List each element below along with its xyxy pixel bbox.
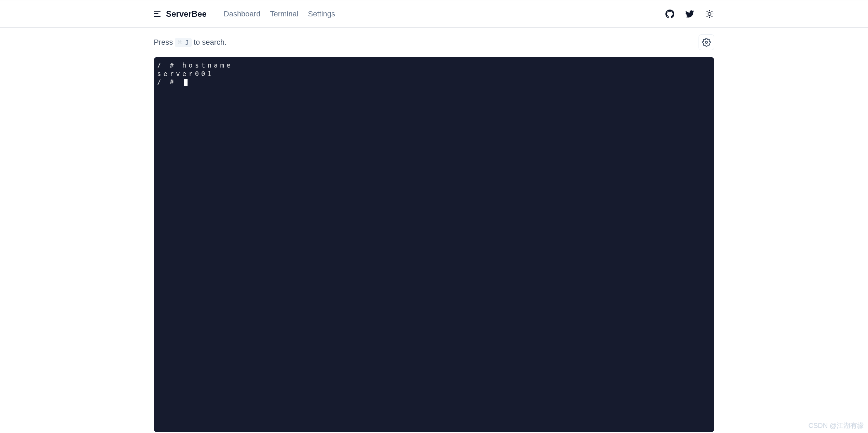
terminal-settings-button[interactable] <box>699 34 714 50</box>
search-suffix-label: to search. <box>194 38 227 47</box>
twitter-icon[interactable] <box>685 9 694 19</box>
nav-links: Dashboard Terminal Settings <box>224 10 335 18</box>
brand[interactable]: ServerBee <box>154 9 207 19</box>
main-content: Press ⌘ J to search. / # hostname server… <box>0 28 868 433</box>
watermark: CSDN @江湖有缘 <box>808 421 864 430</box>
svg-line-3 <box>707 11 707 12</box>
theme-toggle-icon[interactable] <box>705 9 714 19</box>
svg-point-0 <box>708 12 711 15</box>
nav-settings[interactable]: Settings <box>308 10 335 18</box>
brand-name: ServerBee <box>166 9 207 19</box>
svg-point-9 <box>705 41 708 44</box>
search-hint: Press ⌘ J to search. <box>154 38 226 47</box>
nav-terminal[interactable]: Terminal <box>270 10 298 18</box>
header-left: ServerBee Dashboard Terminal Settings <box>154 9 335 19</box>
search-shortcut-kbd: ⌘ J <box>175 38 192 47</box>
search-press-label: Press <box>154 38 173 47</box>
menu-icon[interactable] <box>154 10 162 18</box>
terminal-line: / # <box>157 78 711 86</box>
svg-line-8 <box>712 11 712 12</box>
svg-line-7 <box>707 16 707 17</box>
terminal-line: server001 <box>157 70 711 78</box>
terminal-cursor <box>184 79 188 86</box>
nav-dashboard[interactable]: Dashboard <box>224 10 261 18</box>
github-icon[interactable] <box>665 9 675 19</box>
header: ServerBee Dashboard Terminal Settings <box>0 0 868 28</box>
svg-line-4 <box>712 16 712 17</box>
terminal-line: / # hostname <box>157 61 711 70</box>
header-right <box>665 9 714 19</box>
search-bar: Press ⌘ J to search. <box>154 34 714 50</box>
gear-icon <box>702 38 711 47</box>
terminal-panel[interactable]: / # hostname server001 / # <box>154 57 714 432</box>
